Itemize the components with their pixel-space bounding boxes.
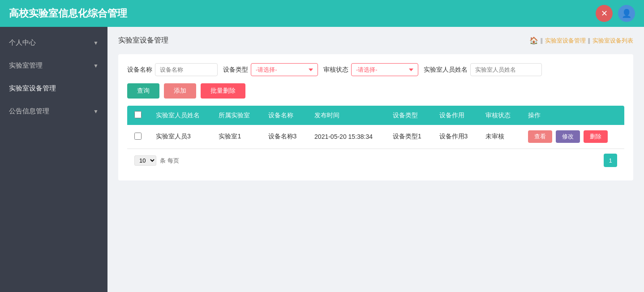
main-content: 实验室设备管理 🏠 ‖ 实验室设备管理 ‖ 实验室设备列表 设备名称 设备类型 … bbox=[107, 27, 644, 292]
page-title-row: 实验室设备管理 🏠 ‖ 实验室设备管理 ‖ 实验室设备列表 bbox=[118, 36, 633, 45]
device-name-field: 设备名称 bbox=[127, 63, 218, 76]
close-icon: ✕ bbox=[601, 9, 608, 18]
page-1-button[interactable]: 1 bbox=[604, 154, 617, 167]
sidebar-item-personal[interactable]: 个人中心 ▼ bbox=[0, 31, 107, 54]
edit-button[interactable]: 修改 bbox=[556, 130, 580, 143]
page-size-label: 条 每页 bbox=[160, 157, 179, 164]
col-checkbox bbox=[127, 106, 149, 125]
device-name-input[interactable] bbox=[155, 63, 218, 76]
sidebar-label-device: 实验室设备管理 bbox=[9, 84, 56, 93]
breadcrumb-link-device-list[interactable]: 实验室设备列表 bbox=[592, 37, 633, 45]
device-type-field: 设备类型 -请选择- 设备类型1 设备类型2 bbox=[223, 63, 318, 76]
col-actions: 操作 bbox=[521, 106, 624, 125]
row-device-name: 设备名称3 bbox=[261, 125, 307, 149]
delete-button[interactable]: 删除 bbox=[584, 130, 608, 143]
person-name-label: 实验室人员姓名 bbox=[424, 66, 468, 74]
sidebar-item-device-management[interactable]: 实验室设备管理 bbox=[0, 77, 107, 100]
table-header-row: 实验室人员姓名 所属实验室 设备名称 发布时间 设备类型 设备作用 审核状态 操… bbox=[127, 106, 624, 125]
header: 高校实验室信息化综合管理 ✕ 👤 bbox=[0, 0, 644, 27]
search-area: 设备名称 设备类型 -请选择- 设备类型1 设备类型2 审核状态 -请选择- 未 bbox=[118, 54, 633, 180]
select-all-checkbox[interactable] bbox=[134, 111, 142, 118]
audit-status-field: 审核状态 -请选择- 未审核 已审核 审核拒绝 bbox=[323, 63, 418, 76]
row-audit-status: 未审核 bbox=[478, 125, 521, 149]
sidebar-label-lab: 实验室管理 bbox=[9, 61, 43, 70]
user-button[interactable]: 👤 bbox=[618, 5, 635, 22]
col-publish-time: 发布时间 bbox=[307, 106, 386, 125]
batch-delete-button[interactable]: 批量删除 bbox=[201, 83, 245, 99]
row-device-function: 设备作用3 bbox=[432, 125, 478, 149]
row-actions: 查看 修改 删除 bbox=[521, 125, 624, 149]
table-wrapper: 实验室人员姓名 所属实验室 设备名称 发布时间 设备类型 设备作用 审核状态 操… bbox=[127, 106, 624, 172]
close-button[interactable]: ✕ bbox=[596, 5, 613, 22]
data-table: 实验室人员姓名 所属实验室 设备名称 发布时间 设备类型 设备作用 审核状态 操… bbox=[127, 106, 624, 149]
layout: 个人中心 ▼ 实验室管理 ▼ 实验室设备管理 公告信息管理 ▼ 实验室设备管理 … bbox=[0, 27, 644, 292]
chevron-icon: ▼ bbox=[93, 63, 99, 69]
page-title: 实验室设备管理 bbox=[118, 36, 168, 45]
col-device-name: 设备名称 bbox=[261, 106, 307, 125]
add-button[interactable]: 添加 bbox=[164, 83, 196, 99]
breadcrumb-link-device-management[interactable]: 实验室设备管理 bbox=[545, 37, 586, 45]
query-button[interactable]: 查询 bbox=[127, 83, 159, 99]
row-checkbox[interactable] bbox=[134, 133, 142, 140]
chevron-icon: ▼ bbox=[93, 108, 99, 115]
view-button[interactable]: 查看 bbox=[528, 130, 552, 143]
pagination-row: 10 20 50 条 每页 1 bbox=[127, 149, 624, 172]
search-row: 设备名称 设备类型 -请选择- 设备类型1 设备类型2 审核状态 -请选择- 未 bbox=[127, 63, 624, 76]
header-icons: ✕ 👤 bbox=[596, 5, 635, 22]
button-row: 查询 添加 批量删除 bbox=[127, 83, 624, 99]
row-person-name: 实验室人员3 bbox=[149, 125, 211, 149]
col-audit-status: 审核状态 bbox=[478, 106, 521, 125]
row-publish-time: 2021-05-20 15:38:34 bbox=[307, 125, 386, 149]
device-name-label: 设备名称 bbox=[127, 66, 152, 74]
person-name-field: 实验室人员姓名 bbox=[424, 63, 542, 76]
breadcrumb: 🏠 ‖ 实验室设备管理 ‖ 实验室设备列表 bbox=[529, 36, 633, 45]
site-title: 高校实验室信息化综合管理 bbox=[9, 7, 127, 20]
col-device-type: 设备类型 bbox=[386, 106, 432, 125]
sidebar-label-announcement: 公告信息管理 bbox=[9, 107, 49, 116]
user-icon: 👤 bbox=[622, 9, 631, 18]
home-icon: 🏠 bbox=[529, 36, 538, 45]
row-checkbox-cell bbox=[127, 125, 149, 149]
pagination-pages: 1 bbox=[604, 154, 617, 167]
breadcrumb-sep2: ‖ bbox=[588, 37, 591, 44]
sidebar-label-personal: 个人中心 bbox=[9, 39, 36, 47]
sidebar-item-announcement[interactable]: 公告信息管理 ▼ bbox=[0, 100, 107, 123]
page-size-area: 10 20 50 条 每页 bbox=[134, 155, 179, 166]
table-row: 实验室人员3 实验室1 设备名称3 2021-05-20 15:38:34 设备… bbox=[127, 125, 624, 149]
device-type-select[interactable]: -请选择- 设备类型1 设备类型2 bbox=[251, 63, 318, 76]
person-name-input[interactable] bbox=[470, 63, 542, 76]
breadcrumb-sep: ‖ bbox=[540, 37, 543, 44]
audit-status-select[interactable]: -请选择- 未审核 已审核 审核拒绝 bbox=[351, 63, 418, 76]
sidebar: 个人中心 ▼ 实验室管理 ▼ 实验室设备管理 公告信息管理 ▼ bbox=[0, 27, 107, 292]
sidebar-item-lab-management[interactable]: 实验室管理 ▼ bbox=[0, 54, 107, 77]
row-lab: 实验室1 bbox=[211, 125, 261, 149]
audit-status-label: 审核状态 bbox=[323, 66, 348, 74]
page-size-select[interactable]: 10 20 50 bbox=[134, 155, 156, 166]
col-device-function: 设备作用 bbox=[432, 106, 478, 125]
col-person-name: 实验室人员姓名 bbox=[149, 106, 211, 125]
row-device-type: 设备类型1 bbox=[386, 125, 432, 149]
device-type-label: 设备类型 bbox=[223, 66, 248, 74]
col-lab: 所属实验室 bbox=[211, 106, 261, 125]
chevron-icon: ▼ bbox=[93, 40, 99, 46]
